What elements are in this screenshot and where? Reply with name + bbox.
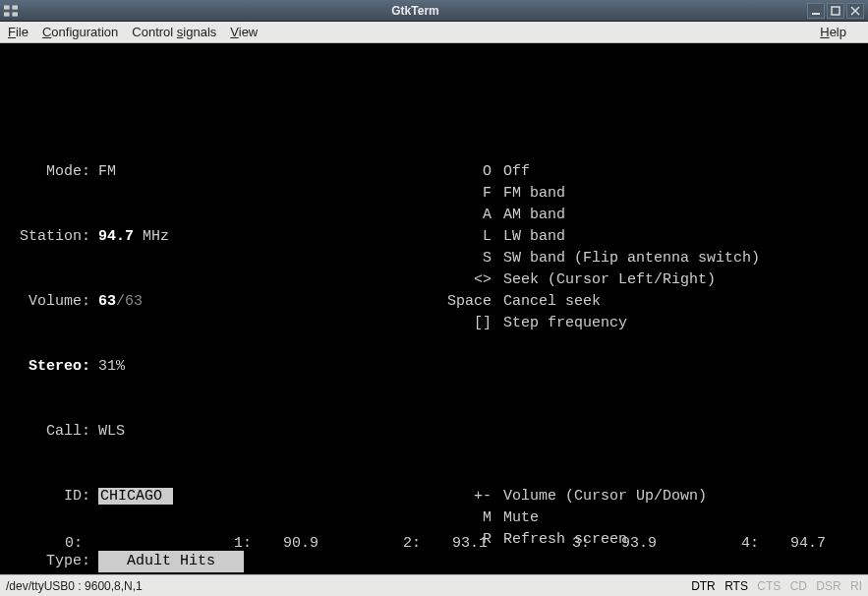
- help-desc: LW band: [503, 226, 565, 248]
- preset-value: 90.9: [260, 533, 318, 555]
- help-key: S: [429, 248, 492, 269]
- preset-value: 93.9: [598, 533, 657, 555]
- preset-key: 2:: [346, 533, 421, 555]
- preset-cell: 4:94.7: [684, 533, 853, 555]
- help-desc: Cancel seek: [503, 291, 601, 313]
- help-row: <>Seek (Cursor Left/Right): [429, 269, 760, 291]
- help-key: L: [429, 226, 492, 248]
- flag-ri: RI: [850, 579, 862, 593]
- flag-dsr: DSR: [816, 579, 840, 593]
- flag-dtr[interactable]: DTR: [691, 579, 716, 593]
- preset-cell: 0:: [8, 533, 177, 555]
- help-row: AAM band: [429, 205, 760, 226]
- call-label: Call:: [8, 421, 90, 443]
- volume-max: /63: [116, 293, 143, 310]
- help-key: F: [429, 183, 492, 205]
- svg-rect-2: [4, 12, 10, 16]
- menu-file[interactable]: File: [8, 25, 29, 39]
- help-key: <>: [429, 269, 492, 291]
- preset-value: 93.1: [429, 533, 488, 555]
- volume-value: 63: [98, 293, 116, 310]
- preset-cell: 3:93.9: [515, 533, 684, 555]
- help-row: OOff: [429, 161, 760, 183]
- preset-value: 94.7: [767, 533, 826, 555]
- flag-cd: CD: [790, 579, 807, 593]
- call-value: WLS: [98, 421, 125, 443]
- help-desc: Step frequency: [503, 313, 627, 334]
- menu-control-signals[interactable]: Control signals: [132, 25, 216, 39]
- svg-rect-5: [832, 7, 839, 15]
- svg-rect-1: [12, 5, 18, 9]
- flag-cts: CTS: [757, 579, 781, 593]
- menu-view[interactable]: View: [230, 25, 258, 39]
- mode-label: Mode:: [8, 161, 90, 183]
- preset-key: 0:: [8, 533, 83, 555]
- terminal[interactable]: Mode:FM Station:94.7 MHz Volume:63/63 St…: [0, 43, 868, 574]
- help-desc: SW band (Flip antenna switch): [503, 248, 760, 269]
- help-key: []: [429, 313, 492, 334]
- statusbar: /dev/ttyUSB0 : 9600,8,N,1 DTR RTS CTS CD…: [0, 574, 868, 596]
- connection-info: /dev/ttyUSB0 : 9600,8,N,1: [6, 579, 685, 593]
- app-menu-icon[interactable]: [4, 4, 18, 18]
- help-key: Space: [429, 291, 492, 313]
- svg-rect-3: [12, 12, 18, 16]
- preset-key: 4:: [684, 533, 759, 555]
- help-row: LLW band: [429, 226, 760, 248]
- volume-label: Volume:: [8, 291, 90, 313]
- station-value: 94.7: [98, 228, 134, 245]
- svg-rect-0: [4, 5, 10, 9]
- help-row: SSW band (Flip antenna switch): [429, 248, 760, 269]
- menu-configuration[interactable]: Configuration: [42, 25, 118, 39]
- signal-flags: DTR RTS CTS CD DSR RI: [685, 579, 862, 593]
- preset-key: 3:: [515, 533, 590, 555]
- close-button[interactable]: [846, 3, 864, 19]
- help-desc: Off: [503, 161, 530, 183]
- titlebar: GtkTerm: [0, 0, 868, 22]
- station-unit: MHz: [134, 228, 169, 245]
- help-key: A: [429, 205, 492, 226]
- maximize-button[interactable]: [827, 3, 844, 19]
- flag-rts[interactable]: RTS: [724, 579, 748, 593]
- help-row: SpaceCancel seek: [429, 291, 760, 313]
- help-desc: Seek (Cursor Left/Right): [503, 269, 716, 291]
- window-title: GtkTerm: [24, 4, 807, 18]
- help-row: FFM band: [429, 183, 760, 205]
- preset-key: 1:: [177, 533, 252, 555]
- menubar: File Configuration Control signals View …: [0, 22, 868, 43]
- stereo-label: Stereo:: [8, 356, 90, 378]
- preset-cell: 1:90.9: [177, 533, 346, 555]
- preset-cell: 2:93.1: [346, 533, 515, 555]
- help-desc: FM band: [503, 183, 565, 205]
- station-label: Station:: [8, 226, 90, 248]
- menu-help[interactable]: Help: [820, 25, 846, 39]
- mode-value: FM: [98, 161, 116, 183]
- help-row: []Step frequency: [429, 313, 760, 334]
- minimize-button[interactable]: [807, 3, 825, 19]
- preset-value: [90, 533, 149, 555]
- help-key: O: [429, 161, 492, 183]
- help-desc: AM band: [503, 205, 565, 226]
- stereo-value: 31%: [98, 356, 125, 378]
